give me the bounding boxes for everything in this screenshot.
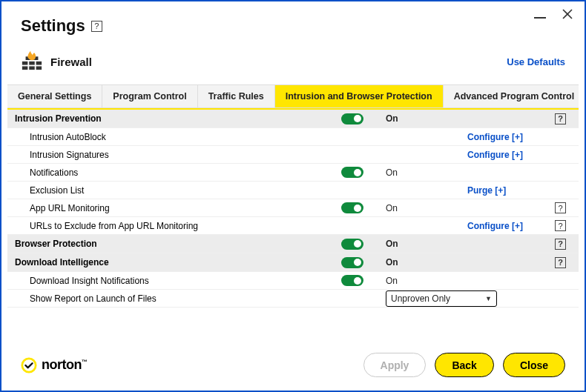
app-url-state: On xyxy=(386,203,467,213)
row-exclusion-list: Exclusion List Purge [+] xyxy=(7,182,579,199)
settings-window: Settings ? Firewall Use Defaults General… xyxy=(0,0,586,392)
intrusion-prevention-toggle[interactable] xyxy=(341,113,363,124)
norton-logo: norton™ xyxy=(21,357,87,373)
notifications-toggle[interactable] xyxy=(341,167,363,178)
svg-rect-7 xyxy=(29,66,35,70)
row-notifications: Notifications On xyxy=(7,164,579,182)
use-defaults-link[interactable]: Use Defaults xyxy=(507,56,565,67)
app-url-toggle[interactable] xyxy=(341,202,363,213)
browser-protection-toggle[interactable] xyxy=(341,239,363,250)
download-intelligence-toggle[interactable] xyxy=(341,257,363,268)
configure-link[interactable]: Configure [+] xyxy=(467,132,549,142)
svg-rect-4 xyxy=(36,62,42,65)
row-intrusion-signatures: Intrusion Signatures Configure [+] xyxy=(7,146,579,164)
chevron-down-icon: ▼ xyxy=(485,295,492,302)
help-icon[interactable]: ? xyxy=(555,239,566,250)
tab-general-settings[interactable]: General Settings xyxy=(7,85,102,107)
row-label: Notifications xyxy=(15,167,341,178)
row-label: Intrusion AutoBlock xyxy=(15,132,341,142)
window-controls xyxy=(534,9,573,22)
section-intrusion-prevention: Intrusion Prevention On ? xyxy=(7,110,579,128)
row-label: App URL Monitoring xyxy=(15,203,341,213)
tab-program-control[interactable]: Program Control xyxy=(102,85,197,107)
select-value: Unproven Only xyxy=(391,293,450,304)
close-window-button[interactable] xyxy=(562,9,573,22)
settings-rows: Intrusion Prevention On ? Intrusion Auto… xyxy=(7,110,579,308)
help-icon[interactable]: ? xyxy=(555,257,566,268)
section-title: Firewall xyxy=(50,56,92,68)
help-icon[interactable]: ? xyxy=(91,21,102,32)
row-show-report: Show Report on Launch of Files Unproven … xyxy=(7,290,579,308)
section-label: Browser Protection xyxy=(15,239,341,249)
check-circle-icon xyxy=(21,357,37,373)
section-browser-protection: Browser Protection On ? xyxy=(7,235,579,253)
help-icon[interactable]: ? xyxy=(555,113,566,124)
intrusion-prevention-state: On xyxy=(386,113,467,124)
brand-text: norton™ xyxy=(42,357,87,373)
insight-notifications-state: On xyxy=(386,276,467,286)
close-button[interactable]: Close xyxy=(503,353,565,377)
svg-point-11 xyxy=(22,358,36,371)
insight-notifications-toggle[interactable] xyxy=(341,275,363,286)
row-intrusion-autoblock: Intrusion AutoBlock Configure [+] xyxy=(7,128,579,146)
tab-intrusion-browser-protection[interactable]: Intrusion and Browser Protection xyxy=(275,85,444,107)
row-app-url-monitoring: App URL Monitoring On ? xyxy=(7,199,579,217)
show-report-select[interactable]: Unproven Only ▼ xyxy=(386,290,497,307)
tab-bar: General Settings Program Control Traffic… xyxy=(7,84,579,108)
page-title: Settings xyxy=(21,16,85,36)
purge-link[interactable]: Purge [+] xyxy=(467,185,549,196)
svg-rect-3 xyxy=(29,62,35,65)
row-label: Download Insight Notifications xyxy=(15,276,341,286)
titlebar: Settings ? xyxy=(1,1,585,39)
apply-button: Apply xyxy=(363,353,427,377)
browser-protection-state: On xyxy=(386,239,467,249)
section-label: Intrusion Prevention xyxy=(15,113,341,124)
row-label: Intrusion Signatures xyxy=(15,150,341,160)
row-urls-exclude: URLs to Exclude from App URL Monitoring … xyxy=(7,217,579,235)
svg-rect-2 xyxy=(22,62,28,65)
row-label: URLs to Exclude from App URL Monitoring xyxy=(15,221,341,231)
subheader: Firewall Use Defaults xyxy=(1,39,585,84)
configure-link[interactable]: Configure [+] xyxy=(467,150,549,160)
svg-rect-8 xyxy=(36,66,42,70)
row-label: Show Report on Launch of Files xyxy=(15,293,341,304)
configure-link[interactable]: Configure [+] xyxy=(467,221,549,231)
help-icon[interactable]: ? xyxy=(555,202,566,213)
minimize-button[interactable] xyxy=(534,17,546,19)
notifications-state: On xyxy=(386,167,467,178)
tab-advanced-program-control[interactable]: Advanced Program Control xyxy=(444,85,585,107)
back-button[interactable]: Back xyxy=(435,353,493,377)
footer: norton™ Apply Back Close xyxy=(1,342,585,391)
firewall-icon xyxy=(21,49,43,74)
row-label: Exclusion List xyxy=(15,185,341,196)
tab-traffic-rules[interactable]: Traffic Rules xyxy=(198,85,275,107)
download-intelligence-state: On xyxy=(386,257,467,268)
row-download-insight-notifications: Download Insight Notifications On xyxy=(7,272,579,290)
section-download-intelligence: Download Intelligence On ? xyxy=(7,253,579,272)
help-icon[interactable]: ? xyxy=(555,220,566,231)
section-label: Download Intelligence xyxy=(15,257,341,268)
